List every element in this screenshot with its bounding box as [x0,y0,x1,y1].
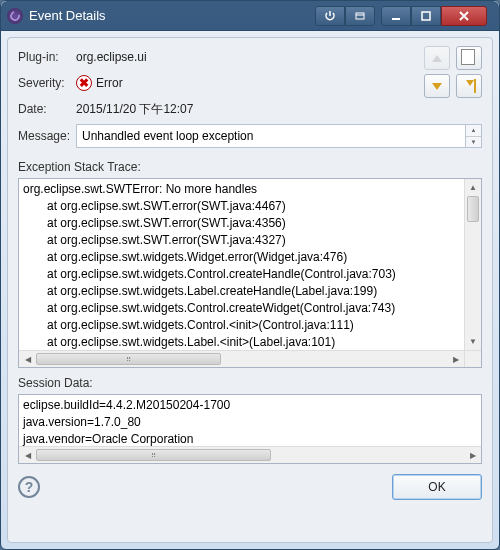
stack-line: at org.eclipse.swt.widgets.Control.<init… [23,317,463,334]
horizontal-scrollbar[interactable]: ◀ ⠿ ▶ [19,446,481,463]
help-icon: ? [25,479,34,495]
scroll-thumb[interactable]: ⠿ [36,449,271,461]
maximize-button[interactable] [411,6,441,26]
close-button[interactable] [441,6,487,26]
stack-trace-label: Exception Stack Trace: [18,160,482,174]
message-label: Message: [18,129,76,143]
titlebar[interactable]: Event Details [1,1,499,31]
svg-rect-1 [422,12,430,20]
stack-line: at org.eclipse.swt.widgets.Widget.error(… [23,249,463,266]
stack-line: at org.eclipse.swt.widgets.Label.<init>(… [23,334,463,350]
stack-line: at org.eclipse.swt.widgets.Control.creat… [23,300,463,317]
help-button[interactable]: ? [18,476,40,498]
date-label: Date: [18,102,76,116]
minimize-button[interactable] [381,6,411,26]
tool-button-2[interactable] [345,6,375,26]
spinner-down-icon: ▼ [466,137,481,148]
dialog-content: Plug-in: org.eclipse.ui Severity: ✖ Erro… [7,37,493,543]
scroll-right-icon: ▶ [447,351,464,367]
event-details-dialog: Event Details Plug-in: [0,0,500,550]
scroll-right-icon: ▶ [464,447,481,463]
stack-line: at org.eclipse.swt.SWT.error(SWT.java:43… [23,232,463,249]
date-value: 2015/11/20 下午12:07 [76,101,418,118]
session-line: java.version=1.7.0_80 [23,414,477,431]
svg-rect-0 [356,13,364,19]
scroll-thumb[interactable] [467,196,479,222]
plugin-value: org.eclipse.ui [76,50,418,64]
copy-button[interactable] [456,46,482,70]
severity-value: Error [96,76,123,90]
scroll-left-icon: ◀ [19,351,36,367]
ok-button[interactable]: OK [392,474,482,500]
scroll-thumb[interactable]: ⠿ [36,353,221,365]
severity-label: Severity: [18,76,76,90]
scroll-down-icon: ▼ [465,333,481,350]
scroll-left-icon: ◀ [19,447,36,463]
stack-line: at org.eclipse.swt.SWT.error(SWT.java:43… [23,215,463,232]
session-data-label: Session Data: [18,376,482,390]
tool-button-1[interactable] [315,6,345,26]
session-data-box[interactable]: eclipse.buildId=4.4.2.M20150204-1700 jav… [18,394,482,464]
error-icon: ✖ [76,75,92,91]
message-field[interactable] [76,124,466,148]
arrow-up-icon [432,55,442,62]
window-title: Event Details [29,8,315,23]
eclipse-icon [7,8,23,24]
stack-line: org.eclipse.swt.SWTError: No more handle… [23,181,463,198]
stack-trace-box[interactable]: org.eclipse.swt.SWTError: No more handle… [18,178,482,368]
stack-line: at org.eclipse.swt.widgets.Control.creat… [23,266,463,283]
goto-icon [462,79,476,93]
plugin-label: Plug-in: [18,50,76,64]
previous-event-button[interactable] [424,46,450,70]
next-event-button[interactable] [424,74,450,98]
session-line: eclipse.buildId=4.4.2.M20150204-1700 [23,397,477,414]
copy-icon [463,51,475,65]
arrow-down-icon [432,83,442,90]
stack-line: at org.eclipse.swt.SWT.error(SWT.java:44… [23,198,463,215]
vertical-scrollbar[interactable]: ▲ ▼ [464,179,481,350]
session-line: java.vendor=Oracle Corporation [23,431,477,446]
goto-last-button[interactable] [456,74,482,98]
horizontal-scrollbar[interactable]: ◀ ⠿ ▶ [19,350,481,367]
spinner-up-icon: ▲ [466,125,481,137]
stack-line: at org.eclipse.swt.widgets.Label.createH… [23,283,463,300]
message-spinner[interactable]: ▲ ▼ [466,124,482,148]
scroll-up-icon: ▲ [465,179,481,196]
